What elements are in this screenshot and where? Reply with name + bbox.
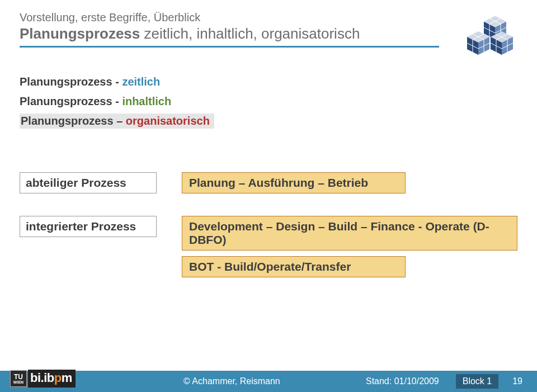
process-label-abteilig: abteiliger Prozess (20, 172, 157, 193)
process-box-bot: BOT - Build/Operate/Transfer (182, 256, 406, 277)
overline-text: Vorstellung, erste Begriffe, Überblick (20, 11, 439, 24)
process-row-integriert: integrierter Prozess Development – Desig… (20, 216, 517, 283)
slide: Vorstellung, erste Begriffe, Überblick P… (0, 0, 537, 392)
header-text: Vorstellung, erste Begriffe, Überblick P… (20, 11, 439, 48)
title-line: Planungsprozess zeitlich, inhaltlich, or… (20, 25, 439, 42)
process-right: Development – Design – Build – Finance -… (182, 216, 517, 283)
footer-logo: TU WIEN bi.ibpm (10, 369, 105, 388)
section-item-inhaltlich: Planungsprozess - inhaltlich (20, 94, 517, 109)
process-right: Planung – Ausführung – Betrieb (182, 172, 517, 199)
footer: TU WIEN bi.ibpm © Achammer, Reismann Sta… (0, 371, 537, 392)
footer-copyright: © Achammer, Reismann (183, 376, 280, 386)
process-label-integriert: integrierter Prozess (20, 216, 157, 237)
footer-date: Stand: 01/10/2009 (366, 376, 439, 386)
process-row-abteilig: abteiliger Prozess Planung – Ausführung … (20, 172, 517, 199)
title-rest: zeitlich, inhaltlich, organisatorisch (140, 25, 360, 42)
section-item-organisatorisch: Planungsprozess – organisatorisch (20, 114, 214, 129)
section-base: Planungsprozess - (20, 75, 122, 88)
ibpm-logo: bi.ibpm (28, 370, 76, 388)
footer-page: 19 (512, 376, 522, 386)
process-box-planung: Planung – Ausführung – Betrieb (182, 172, 406, 193)
section-base: Planungsprozess - (20, 95, 122, 107)
section-colored: organisatorisch (126, 115, 210, 127)
title-strong: Planungsprozess (20, 25, 140, 42)
section-colored: zeitlich (122, 75, 160, 88)
logo-wien: WIEN (13, 380, 23, 384)
tu-wien-badge: TU WIEN (10, 370, 27, 387)
process-area: abteiliger Prozess Planung – Ausführung … (20, 172, 517, 283)
logo-tu: TU (14, 374, 23, 380)
section-base: Planungsprozess – (21, 115, 126, 127)
process-box-ddbfo: Development – Design – Build – Finance -… (182, 216, 517, 251)
footer-block: Block 1 (456, 374, 498, 389)
title-underline (20, 46, 439, 48)
section-colored: inhaltlich (122, 95, 171, 107)
header: Vorstellung, erste Begriffe, Überblick P… (20, 11, 517, 59)
section-item-zeitlich: Planungsprozess - zeitlich (20, 74, 517, 89)
cube-logo (450, 11, 517, 59)
section-list: Planungsprozess - zeitlich Planungsproze… (20, 74, 517, 133)
